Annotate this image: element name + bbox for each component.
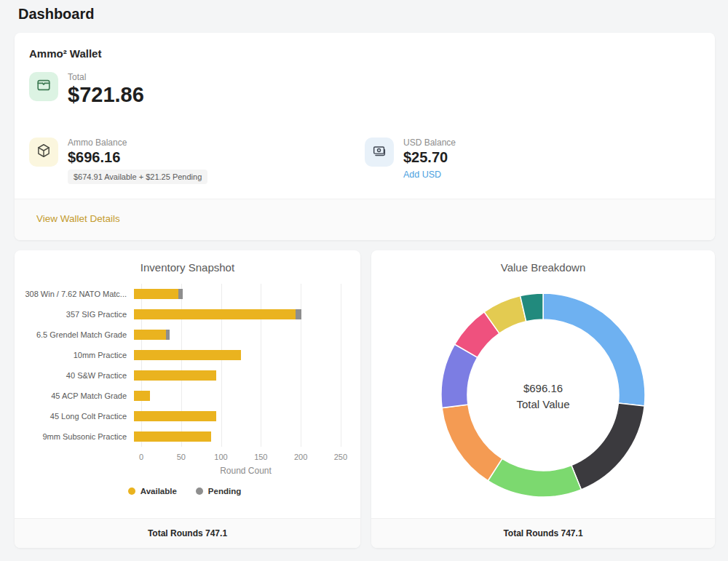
bar-row: 40 S&W Practice (19, 365, 350, 386)
bar-segment-available[interactable] (134, 370, 216, 381)
bar-plot: 308 Win / 7.62 NATO Matc...357 SIG Pract… (19, 284, 350, 447)
inventory-footer-total: Total Rounds 747.1 (15, 518, 360, 548)
balances-row: Ammo Balance $696.16 $674.91 Available +… (29, 138, 700, 184)
inventory-snapshot-card: Inventory Snapshot 308 Win / 7.62 NATO M… (15, 250, 360, 548)
banknotes-icon (371, 143, 387, 162)
donut-segment-light-blue[interactable] (543, 293, 645, 406)
cube-icon (36, 143, 52, 162)
donut-segment-dark-gray[interactable] (571, 403, 644, 490)
legend-label: Available (141, 487, 177, 496)
usd-balance-block: USD Balance $25.70 Add USD (365, 138, 700, 180)
bar-category-label: 6.5 Grendel Match Grade (19, 330, 134, 339)
bar-segment-available[interactable] (134, 391, 150, 401)
inventory-chart-title: Inventory Snapshot (15, 261, 360, 274)
bar-category-label: 10mm Practice (19, 351, 134, 359)
bar-row: 45 Long Colt Practice (19, 406, 350, 426)
wallet-icon-box (29, 72, 58, 101)
x-tick-label: 50 (177, 453, 186, 461)
bar-row: 6.5 Grendel Match Grade (19, 325, 350, 345)
ammo-icon-box (29, 138, 58, 167)
x-tick-label: 0 (139, 453, 143, 461)
inventory-bar-chart: 308 Win / 7.62 NATO Matc...357 SIG Pract… (15, 274, 360, 496)
view-wallet-details-link[interactable]: View Wallet Details (36, 213, 120, 224)
bar-category-label: 45 Long Colt Practice (19, 412, 134, 421)
wallet-card: Ammo² Wallet Total $721.86 (15, 33, 715, 240)
bar-track (134, 309, 350, 319)
legend-dot (196, 488, 203, 495)
x-axis-ticks: 050100150200250 (141, 453, 350, 463)
bar-row: 357 SIG Practice (19, 304, 350, 325)
usd-balance-value: $25.70 (403, 149, 456, 166)
bar-row: 10mm Practice (19, 345, 350, 365)
bar-track (134, 370, 350, 381)
ammo-balance-block: Ammo Balance $696.16 $674.91 Available +… (29, 138, 365, 184)
bar-category-label: 45 ACP Match Grade (19, 391, 134, 400)
bar-category-label: 9mm Subsonic Practice (19, 432, 134, 441)
donut-svg (438, 290, 649, 501)
usd-balance-label: USD Balance (403, 138, 456, 148)
bar-segment-available[interactable] (134, 289, 178, 299)
chart-legend: AvailablePending (19, 487, 350, 496)
bar-row: 45 ACP Match Grade (19, 386, 350, 406)
usd-icon-box (365, 138, 394, 167)
value-breakdown-card: Value Breakdown $696.16 Total Value Tota… (371, 250, 715, 548)
x-tick-label: 250 (334, 453, 347, 461)
page-title: Dashboard (0, 0, 728, 33)
ammo-balance-breakdown: $674.91 Available + $21.25 Pending (68, 170, 207, 184)
bar-segment-available[interactable] (134, 431, 211, 442)
x-tick-label: 200 (294, 453, 307, 461)
bar-segment-available[interactable] (134, 350, 241, 360)
wallet-card-title: Ammo² Wallet (29, 47, 700, 60)
value-donut-chart: $696.16 Total Value (438, 290, 649, 504)
ammo-balance-label: Ammo Balance (68, 138, 207, 148)
bar-segment-pending[interactable] (178, 289, 183, 299)
legend-label: Pending (208, 487, 241, 496)
bar-segment-available[interactable] (134, 411, 216, 421)
bar-row: 9mm Subsonic Practice (19, 426, 350, 447)
bar-segment-available[interactable] (134, 309, 296, 319)
wallet-icon (36, 77, 52, 96)
total-value: $721.86 (68, 83, 144, 107)
bar-track (134, 431, 350, 442)
legend-item-available[interactable]: Available (128, 487, 177, 496)
value-footer-total: Total Rounds 747.1 (371, 518, 715, 548)
bar-track (134, 289, 350, 299)
wallet-card-footer: View Wallet Details (15, 199, 715, 240)
ammo-balance-value: $696.16 (68, 149, 207, 166)
bar-category-label: 308 Win / 7.62 NATO Matc... (19, 290, 134, 298)
bar-segment-available[interactable] (134, 330, 166, 340)
donut-segment-orange[interactable] (442, 405, 502, 481)
bar-track (134, 411, 350, 421)
add-usd-link[interactable]: Add USD (403, 170, 441, 180)
x-axis-label: Round Count (141, 466, 350, 476)
total-label: Total (68, 72, 144, 82)
bar-category-label: 357 SIG Practice (19, 310, 134, 319)
x-tick-label: 150 (254, 453, 267, 461)
total-row: Total $721.86 (29, 72, 700, 107)
bar-track (134, 350, 350, 360)
bar-track (134, 391, 350, 401)
legend-item-pending[interactable]: Pending (196, 487, 241, 496)
bar-track (134, 330, 350, 340)
bar-segment-pending[interactable] (166, 330, 170, 340)
bar-category-label: 40 S&W Practice (19, 371, 134, 380)
x-tick-label: 100 (214, 453, 227, 461)
value-chart-title: Value Breakdown (371, 261, 715, 274)
bar-row: 308 Win / 7.62 NATO Matc... (19, 284, 350, 304)
donut-segment-green[interactable] (488, 458, 581, 497)
bar-segment-pending[interactable] (296, 309, 301, 319)
legend-dot (128, 488, 135, 495)
